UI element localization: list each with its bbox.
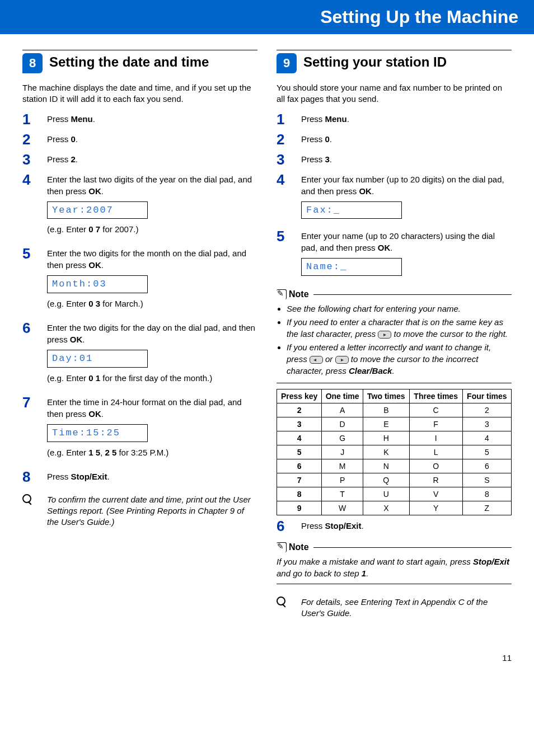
table-cell: U: [363, 487, 409, 501]
step-number: 6: [277, 519, 301, 533]
table-cell: C: [409, 403, 462, 417]
table-row: 5JKL5: [277, 445, 512, 459]
arrow-right-icon: [378, 331, 391, 339]
section-number-badge: 9: [277, 53, 297, 73]
table-header: One time: [322, 389, 363, 403]
lcd-display: Day:01: [47, 350, 148, 368]
lcd-display: Year:2007: [47, 201, 148, 219]
table-row: 6MNO6: [277, 459, 512, 473]
table-cell: 4: [277, 431, 322, 445]
step-text: Press Menu.: [301, 112, 349, 125]
table-cell: 3: [462, 417, 511, 431]
table-cell: B: [363, 403, 409, 417]
table-cell: 6: [462, 459, 511, 473]
step-text: Enter the last two digits of the year on…: [47, 172, 257, 241]
section-date-time: 8 Setting the date and time The machine …: [22, 50, 257, 619]
table-cell: O: [409, 459, 462, 473]
table-cell: F: [409, 417, 462, 431]
section-title: Setting the date and time: [49, 54, 209, 70]
arrow-right-icon: [335, 356, 349, 364]
step-number: 2: [22, 132, 47, 147]
lcd-display: Month:03: [47, 275, 148, 293]
table-cell: T: [322, 487, 363, 501]
page-number: 11: [22, 653, 512, 663]
character-entry-table: Press keyOne timeTwo timesThree timesFou…: [277, 389, 512, 515]
note-heading: Note: [277, 289, 512, 299]
table-cell: 7: [277, 473, 322, 487]
table-cell: L: [409, 445, 462, 459]
table-cell: 2: [277, 403, 322, 417]
pencil-icon: [277, 289, 287, 299]
table-row: 7PQRS: [277, 473, 512, 487]
step-text: Press Menu.: [47, 112, 95, 125]
step-number: 1: [22, 112, 47, 126]
step-text: Press 0.: [47, 132, 78, 145]
pencil-icon: [277, 542, 287, 552]
table-cell: D: [322, 417, 363, 431]
arrow-left-icon: [310, 356, 323, 364]
note-body: If you make a mistake and want to start …: [277, 556, 512, 584]
table-cell: Q: [363, 473, 409, 487]
tip-text: For details, see Entering Text in Append…: [301, 597, 512, 619]
table-cell: 5: [277, 445, 322, 459]
table-cell: 8: [462, 487, 511, 501]
step-number: 4: [22, 172, 47, 187]
step-text: Enter your name (up to 20 characters) us…: [301, 229, 512, 280]
step-text: Press 2.: [47, 152, 78, 165]
table-cell: E: [363, 417, 409, 431]
step-text: Press Stop/Exit.: [301, 519, 364, 532]
step-number: 4: [277, 172, 301, 187]
step-number: 5: [277, 229, 301, 243]
table-header: Three times: [409, 389, 462, 403]
table-cell: 3: [277, 417, 322, 431]
table-row: 8TUV8: [277, 487, 512, 501]
table-cell: J: [322, 445, 363, 459]
table-row: 3DEF3: [277, 417, 512, 431]
table-cell: I: [409, 431, 462, 445]
step-text: Enter the two digits for the day on the …: [47, 321, 257, 389]
section-intro: The machine displays the date and time, …: [22, 82, 257, 105]
tip-block: To confirm the current date and time, pr…: [22, 494, 257, 528]
step-number: 1: [277, 112, 301, 126]
section-number-badge: 8: [22, 53, 43, 73]
section-title: Setting your station ID: [303, 54, 447, 70]
page-banner: Setting Up the Machine: [0, 0, 534, 34]
step-number: 5: [22, 246, 47, 261]
table-cell: X: [363, 501, 409, 515]
table-cell: H: [363, 431, 409, 445]
tip-text: To confirm the current date and time, pr…: [47, 494, 257, 528]
table-cell: 2: [462, 403, 511, 417]
table-row: 4GHI4: [277, 431, 512, 445]
lcd-display: Time:15:25: [47, 424, 148, 442]
table-cell: 6: [277, 459, 322, 473]
step-number: 8: [22, 469, 47, 484]
note-body: See the following chart for entering you…: [277, 303, 512, 383]
step-text: Enter the two digits for the month on th…: [47, 246, 257, 315]
table-row: 9WXYZ: [277, 501, 512, 515]
lcd-display: Name:_: [301, 258, 402, 276]
table-cell: K: [363, 445, 409, 459]
table-cell: R: [409, 473, 462, 487]
table-cell: Y: [409, 501, 462, 515]
note-heading: Note: [277, 542, 512, 552]
table-header: Two times: [363, 389, 409, 403]
lcd-display: Fax:_: [301, 201, 402, 219]
step-text: Press 3.: [301, 152, 332, 165]
table-cell: G: [322, 431, 363, 445]
table-cell: 9: [277, 501, 322, 515]
tip-block: For details, see Entering Text in Append…: [277, 597, 512, 619]
section-station-id: 9 Setting your station ID You should sto…: [277, 50, 512, 619]
table-row: 2ABC2: [277, 403, 512, 417]
table-cell: S: [462, 473, 511, 487]
table-cell: V: [409, 487, 462, 501]
step-number: 6: [22, 321, 47, 335]
table-cell: 5: [462, 445, 511, 459]
section-intro: You should store your name and fax numbe…: [277, 82, 512, 105]
note-item: If you entered a letter incorrectly and …: [287, 341, 512, 377]
step-number: 7: [22, 395, 47, 410]
table-header: Press key: [277, 389, 322, 403]
note-item: If you need to enter a character that is…: [287, 316, 512, 340]
table-cell: M: [322, 459, 363, 473]
table-cell: A: [322, 403, 363, 417]
table-cell: 4: [462, 431, 511, 445]
